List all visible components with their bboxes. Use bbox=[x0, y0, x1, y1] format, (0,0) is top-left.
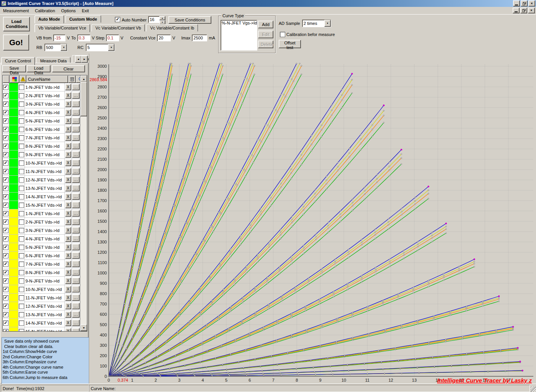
show-hide-checkbox[interactable]: ✓ bbox=[3, 228, 8, 233]
curve-name[interactable]: 8-N-JFET Vds->Id bbox=[25, 142, 65, 150]
curve-name[interactable]: 6-N-JFET Vds->Id bbox=[25, 125, 65, 133]
menu-measurement[interactable]: Measurement bbox=[0, 8, 32, 14]
jump-measure-button[interactable]: ... bbox=[72, 109, 80, 116]
erase-curve-button[interactable]: X bbox=[65, 261, 71, 267]
jump-measure-button[interactable]: ... bbox=[72, 84, 80, 90]
erase-curve-button[interactable]: X bbox=[65, 143, 71, 149]
show-hide-checkbox[interactable]: ✓ bbox=[3, 203, 8, 208]
table-row[interactable]: ✓ 3-N-JFET Vds->Id X ... bbox=[3, 100, 80, 108]
show-hide-checkbox[interactable]: ✓ bbox=[3, 270, 8, 275]
tab-curve-control[interactable]: Curve Control bbox=[1, 57, 35, 65]
curve-color-cell[interactable] bbox=[9, 243, 18, 251]
curve-name[interactable]: 7-N-JFET Vds->Id bbox=[25, 134, 65, 142]
erase-curve-button[interactable]: X bbox=[65, 311, 71, 318]
mdi-minimize-button[interactable] bbox=[513, 8, 520, 13]
scroll-up-icon[interactable]: ▲ bbox=[80, 75, 87, 82]
emphasize-checkbox[interactable] bbox=[19, 160, 24, 166]
tab-vc-variable-ib[interactable]: Vc Variable/Constant Ib bbox=[146, 24, 198, 31]
erase-curve-button[interactable]: X bbox=[65, 278, 71, 284]
emphasize-checkbox[interactable] bbox=[19, 169, 24, 174]
erase-curve-button[interactable]: X bbox=[65, 294, 71, 301]
save-conditions-button[interactable]: Save Conditions bbox=[168, 16, 211, 24]
menu-options[interactable]: Options bbox=[58, 8, 79, 14]
edit-button[interactable]: Edit bbox=[258, 31, 273, 38]
table-row[interactable]: ✓ 6-N-JFET Vds->Id X ... bbox=[3, 252, 80, 260]
show-hide-checkbox[interactable]: ✓ bbox=[3, 169, 8, 174]
table-row[interactable]: ✓ 1-N-JFET Vds->Id X ... bbox=[3, 83, 80, 91]
color-column-header[interactable] bbox=[10, 75, 20, 83]
jump-measure-button[interactable]: ... bbox=[72, 269, 80, 276]
mdi-restore-button[interactable] bbox=[520, 8, 527, 13]
erase-curve-button[interactable]: X bbox=[65, 168, 71, 175]
erase-curve-button[interactable]: X bbox=[65, 84, 71, 90]
jump-measure-button[interactable]: ... bbox=[72, 92, 80, 99]
table-row[interactable]: ✓ 3-N-JFET Vds->Id X ... bbox=[3, 226, 80, 235]
curve-name[interactable]: 2-N-JFET Vds->Id bbox=[25, 218, 65, 226]
erase-curve-button[interactable]: X bbox=[65, 235, 71, 242]
emphasize-checkbox[interactable] bbox=[19, 152, 24, 157]
erase-curve-button[interactable]: X bbox=[65, 118, 71, 124]
curve-color-cell[interactable] bbox=[9, 294, 18, 302]
emphasize-checkbox[interactable] bbox=[19, 270, 24, 275]
jump-measure-button[interactable]: ... bbox=[72, 252, 80, 259]
jump-measure-button[interactable]: ... bbox=[72, 126, 80, 132]
tab-scroll-left-icon[interactable]: ◄ bbox=[75, 56, 82, 63]
curve-chart[interactable]: 0100200300400500600700800900100011001200… bbox=[89, 54, 536, 384]
show-hide-checkbox[interactable]: ✓ bbox=[3, 85, 8, 90]
curve-name[interactable]: 12-N-JFET Vds->Id bbox=[25, 176, 65, 184]
curve-color-cell[interactable] bbox=[9, 310, 18, 318]
curve-name[interactable]: 7-N-JFET Vds->Id bbox=[25, 260, 65, 268]
table-row[interactable]: ✓ 11-N-JFET Vds->Id X ... bbox=[3, 294, 80, 302]
curve-color-cell[interactable] bbox=[9, 218, 18, 226]
show-hide-checkbox[interactable]: ✓ bbox=[3, 245, 8, 250]
erase-curve-button[interactable]: X bbox=[65, 176, 71, 183]
curve-name[interactable]: 9-N-JFET Vds->Id bbox=[25, 277, 65, 285]
table-row[interactable]: ✓ 8-N-JFET Vds->Id X ... bbox=[3, 268, 80, 277]
show-hide-checkbox[interactable]: ✓ bbox=[3, 211, 8, 216]
to-input[interactable] bbox=[77, 34, 90, 41]
jump-measure-button[interactable]: ... bbox=[72, 193, 80, 200]
erase-curve-button[interactable]: X bbox=[65, 303, 71, 309]
show-hide-checkbox[interactable]: ✓ bbox=[3, 304, 8, 309]
curve-color-cell[interactable] bbox=[9, 142, 18, 150]
emphasize-checkbox[interactable] bbox=[19, 287, 24, 292]
emphasize-checkbox[interactable] bbox=[19, 194, 24, 199]
curve-color-cell[interactable] bbox=[9, 285, 18, 293]
curve-color-cell[interactable] bbox=[9, 327, 18, 331]
erase-curve-button[interactable]: X bbox=[65, 219, 71, 225]
jump-measure-button[interactable]: ... bbox=[72, 244, 80, 250]
erase-curve-button[interactable]: X bbox=[65, 210, 71, 217]
table-row[interactable]: ✓ 8-N-JFET Vds->Id X ... bbox=[3, 142, 80, 150]
emphasize-checkbox[interactable] bbox=[19, 110, 24, 115]
erase-curve-button[interactable]: X bbox=[65, 244, 71, 250]
table-row[interactable]: ✓ 14-N-JFET Vds->Id X ... bbox=[3, 319, 80, 327]
curve-name[interactable]: 3-N-JFET Vds->Id bbox=[25, 226, 65, 234]
mdi-close-button[interactable]: × bbox=[528, 8, 535, 13]
curve-name[interactable]: 8-N-JFET Vds->Id bbox=[25, 268, 65, 276]
jump-measure-button[interactable]: ... bbox=[72, 286, 80, 292]
emphasize-checkbox[interactable] bbox=[19, 228, 24, 233]
resize-grip[interactable] bbox=[531, 387, 536, 392]
curve-name[interactable]: 4-N-JFET Vds->Id bbox=[25, 235, 65, 243]
jump-measure-button[interactable]: ... bbox=[72, 151, 80, 158]
clear-button[interactable]: Clear bbox=[52, 65, 85, 72]
emphasize-column-header[interactable] bbox=[20, 75, 26, 83]
menu-exit[interactable]: Exit bbox=[79, 8, 92, 14]
erase-curve-button[interactable]: X bbox=[65, 185, 71, 191]
close-button[interactable]: × bbox=[528, 0, 535, 7]
emphasize-checkbox[interactable] bbox=[19, 101, 24, 107]
go-button[interactable]: Go! bbox=[3, 34, 29, 51]
curve-name[interactable]: 2-N-JFET Vds->Id bbox=[25, 91, 65, 100]
emphasize-checkbox[interactable] bbox=[19, 186, 24, 191]
curve-color-cell[interactable] bbox=[9, 176, 18, 184]
curve-name[interactable]: 15-N-JFET Vds->Id bbox=[25, 201, 65, 209]
table-row[interactable]: ✓ 4-N-JFET Vds->Id X ... bbox=[3, 108, 80, 117]
curve-name[interactable]: 12-N-JFET Vds->Id bbox=[25, 302, 65, 310]
table-row[interactable]: ✓ 13-N-JFET Vds->Id X ... bbox=[3, 184, 80, 193]
show-hide-checkbox[interactable]: ✓ bbox=[3, 101, 8, 107]
jump-measure-button[interactable]: ... bbox=[72, 311, 80, 318]
erase-curve-button[interactable]: X bbox=[65, 109, 71, 116]
erase-curve-button[interactable]: X bbox=[65, 328, 71, 331]
erase-curve-button[interactable]: X bbox=[65, 134, 71, 141]
jump-measure-button[interactable]: ... bbox=[72, 294, 80, 301]
